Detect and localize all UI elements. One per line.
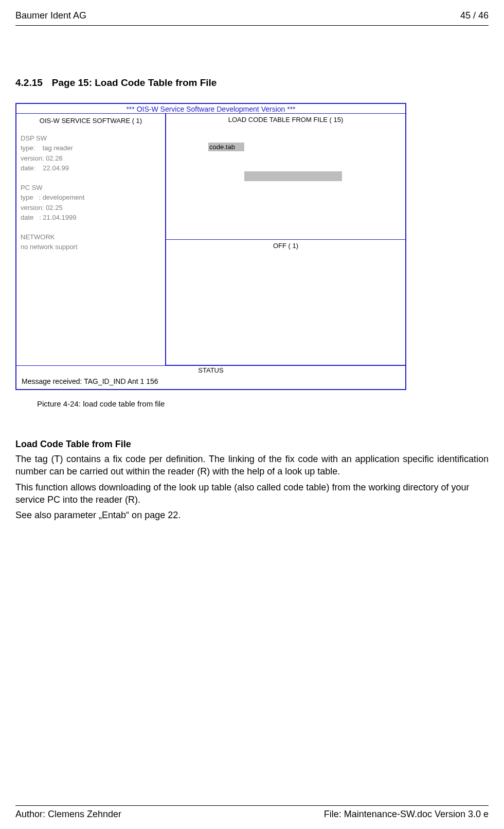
- file-label: code.tab: [208, 143, 244, 151]
- dsp-version: version: 02.26: [21, 153, 161, 164]
- status-message: Message received: TAG_ID_IND Ant 1 156: [16, 375, 405, 389]
- dsp-type: type: tag reader: [21, 143, 161, 153]
- input-bar: [244, 171, 342, 181]
- subheading: Load Code Table from File: [15, 439, 489, 450]
- pc-version: version: 02.25: [21, 203, 161, 213]
- footer-divider: [15, 805, 489, 806]
- right-bottom-title: OFF ( 1): [170, 242, 401, 250]
- author-label: Author: Clemens Zehnder: [15, 809, 121, 820]
- dsp-block: DSP SW type: tag reader version: 02.26 d…: [21, 133, 161, 173]
- dsp-date: date: 22.04.99: [21, 163, 161, 173]
- status-label: STATUS: [16, 365, 405, 375]
- file-label-footer: File: Maintenance-SW.doc Version 3.0 e: [324, 809, 489, 820]
- right-bottom-panel: OFF ( 1): [166, 239, 405, 365]
- page-header: Baumer Ident AG 45 / 46: [15, 10, 489, 25]
- section-title: Page 15: Load Code Table from File: [52, 77, 217, 88]
- panels-container: OIS-W SERVICE SOFTWARE ( 1) DSP SW type:…: [16, 113, 405, 365]
- embedded-screenshot: *** OIS-W Service Software Development V…: [15, 103, 406, 390]
- company-name: Baumer Ident AG: [15, 10, 86, 21]
- pc-date: date : 21.04.1999: [21, 213, 161, 223]
- section-heading: 4.2.15Page 15: Load Code Table from File: [15, 77, 489, 89]
- right-top-panel: LOAD CODE TABLE FROM FILE ( 15) code.tab: [166, 113, 405, 239]
- window-title: *** OIS-W Service Software Development V…: [16, 104, 405, 113]
- dsp-heading: DSP SW: [21, 133, 161, 144]
- left-panel-title: OIS-W SERVICE SOFTWARE ( 1): [21, 116, 161, 126]
- section-number: 4.2.15: [15, 77, 43, 88]
- right-top-title: LOAD CODE TABLE FROM FILE ( 15): [170, 116, 401, 124]
- paragraph-2: This function allows downloading of the …: [15, 481, 489, 506]
- network-text: no network support: [21, 242, 161, 252]
- pc-block: PC SW type : developement version: 02.25…: [21, 183, 161, 223]
- pc-heading: PC SW: [21, 183, 161, 193]
- footer-row: Author: Clemens Zehnder File: Maintenanc…: [15, 809, 489, 820]
- figure-caption: Picture 4-24: load code table from file: [37, 399, 489, 408]
- pc-type: type : developement: [21, 192, 161, 203]
- paragraph-3: See also parameter „Entab“ on page 22.: [15, 509, 489, 521]
- header-divider: [15, 25, 489, 26]
- network-heading: NETWORK: [21, 232, 161, 242]
- page-number: 45 / 46: [460, 10, 489, 21]
- page-footer: Author: Clemens Zehnder File: Maintenanc…: [15, 805, 489, 820]
- left-panel: OIS-W SERVICE SOFTWARE ( 1) DSP SW type:…: [16, 113, 166, 365]
- paragraph-1: The tag (T) contains a fix code per defi…: [15, 453, 489, 478]
- network-block: NETWORK no network support: [21, 232, 161, 252]
- right-column: LOAD CODE TABLE FROM FILE ( 15) code.tab…: [166, 113, 405, 365]
